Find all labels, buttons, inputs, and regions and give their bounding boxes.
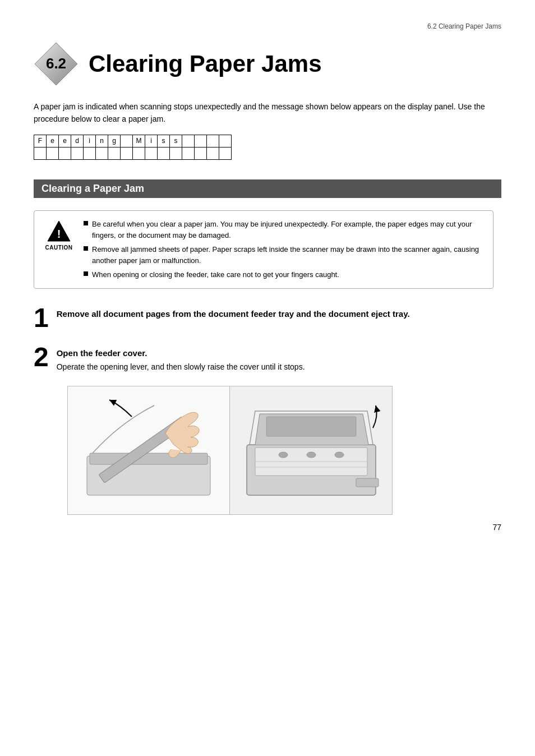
display-cell: e	[59, 135, 71, 147]
step-2-content: Open the feeder cover. Operate the openi…	[57, 344, 305, 374]
display-panel-grid: FeedingMiss	[34, 135, 232, 160]
page-number: 77	[492, 523, 501, 532]
section-header: Clearing a Paper Jam	[34, 179, 501, 198]
display-cell	[96, 147, 108, 160]
display-cell: s	[170, 135, 182, 147]
display-cell	[182, 135, 195, 147]
display-cell: g	[108, 135, 121, 147]
display-cell	[121, 135, 133, 147]
bullet-square-icon	[84, 246, 88, 251]
display-cell	[195, 147, 207, 160]
page-title: Clearing Paper Jams	[89, 51, 322, 77]
svg-text:6.2: 6.2	[46, 55, 66, 72]
caution-bullet-text: Remove all jammed sheets of paper. Paper…	[92, 244, 484, 266]
display-cell	[108, 147, 121, 160]
display-cell	[34, 147, 47, 160]
caution-bullet-item: Be careful when you clear a paper jam. Y…	[84, 219, 484, 241]
illustration-right	[230, 386, 392, 514]
caution-bullet-text: Be careful when you clear a paper jam. Y…	[92, 219, 484, 241]
display-cell	[219, 135, 232, 147]
display-cell	[158, 147, 170, 160]
display-cell	[133, 147, 145, 160]
step-2-desc: Operate the opening lever, and then slow…	[57, 361, 305, 374]
caution-label: CAUTION	[45, 245, 72, 251]
display-cell	[47, 147, 59, 160]
step-1-title: Remove all document pages from the docum…	[57, 308, 410, 320]
illustration-box	[67, 386, 393, 515]
display-cell: n	[96, 135, 108, 147]
display-cell	[195, 135, 207, 147]
caution-bullet-text: When opening or closing the feeder, take…	[92, 269, 339, 280]
display-cell: F	[34, 135, 47, 147]
display-cell	[182, 147, 195, 160]
svg-point-9	[279, 452, 288, 458]
display-cell	[207, 135, 219, 147]
breadcrumb: 6.2 Clearing Paper Jams	[34, 22, 501, 30]
display-cell	[71, 147, 84, 160]
illustration-left	[68, 386, 230, 514]
caution-bullet-item: Remove all jammed sheets of paper. Paper…	[84, 244, 484, 266]
step-1-content: Remove all document pages from the docum…	[57, 305, 410, 322]
bullet-square-icon	[84, 221, 88, 225]
step-2-number: 2	[34, 344, 49, 371]
svg-rect-17	[356, 478, 379, 487]
display-cell: M	[133, 135, 145, 147]
caution-bullet-item: When opening or closing the feeder, take…	[84, 269, 484, 280]
display-cell	[121, 147, 133, 160]
display-cell: s	[158, 135, 170, 147]
step-2-title: Open the feeder cover.	[57, 347, 305, 359]
display-cell	[145, 147, 158, 160]
caution-box: ! CAUTION Be careful when you clear a pa…	[34, 210, 494, 289]
display-cell: i	[84, 135, 96, 147]
display-cell	[207, 147, 219, 160]
display-cell: i	[145, 135, 158, 147]
display-cell	[219, 147, 232, 160]
svg-point-11	[335, 452, 344, 458]
caution-icon-wrap: ! CAUTION	[42, 220, 76, 251]
caution-text-block: Be careful when you clear a paper jam. Y…	[84, 219, 484, 281]
step-2: 2 Open the feeder cover. Operate the ope…	[34, 344, 494, 374]
intro-text: A paper jam is indicated when scanning s…	[34, 100, 494, 126]
title-area: 6.2 Clearing Paper Jams	[34, 42, 501, 86]
caution-triangle-icon: !	[47, 220, 71, 242]
step-1-number: 1	[34, 305, 49, 331]
bullet-square-icon	[84, 271, 88, 276]
display-cell	[170, 147, 182, 160]
display-cell	[59, 147, 71, 160]
display-cell: e	[47, 135, 59, 147]
chapter-badge: 6.2	[34, 42, 79, 86]
display-cell	[84, 147, 96, 160]
svg-text:!: !	[57, 228, 61, 240]
display-cell: d	[71, 135, 84, 147]
step-1: 1 Remove all document pages from the doc…	[34, 305, 494, 331]
svg-point-10	[307, 452, 316, 458]
svg-rect-5	[90, 453, 207, 464]
svg-rect-14	[266, 417, 356, 436]
